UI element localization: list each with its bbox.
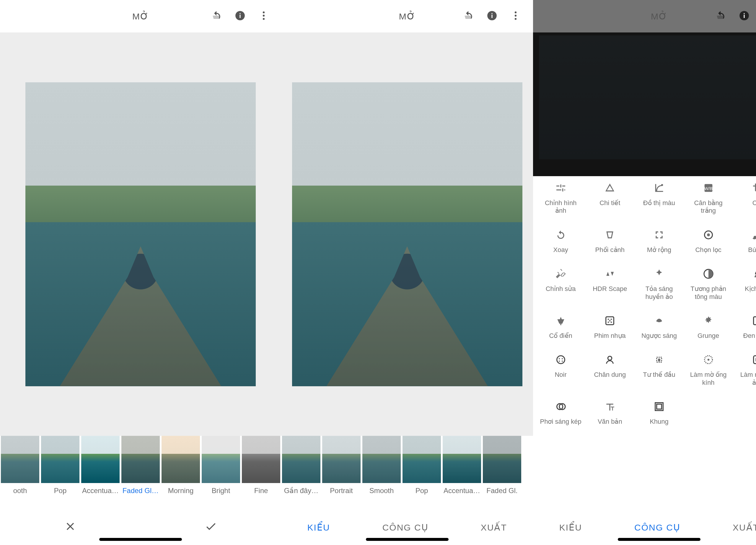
tool-rotate[interactable]: Xoay [536,229,585,254]
tool-tune[interactable]: Chỉnh hình ảnh [536,182,585,215]
tool-vintage[interactable]: Cổ điển [536,315,585,340]
panel-tools: MỞ Chỉnh hình ảnhChi tiếtĐồ thị màuCân b… [533,0,756,545]
tool-label: Chi tiết [599,199,620,207]
tool-label: Phối cảnh [595,246,625,254]
tool-portrait[interactable]: Chân dung [585,354,635,386]
home-indicator[interactable] [366,538,449,541]
tune-icon [555,182,567,195]
filter-thumbnail [483,436,521,483]
tool-headpose[interactable]: Tư thế đầu [635,354,684,386]
tool-perspective[interactable]: Phối cảnh [585,229,635,254]
vignette-icon [752,354,756,367]
filter-label: Pop [416,487,428,495]
tool-label: Làm mờ ống kính [686,371,731,386]
drama-icon [752,268,756,281]
tool-selective[interactable]: Chọn lọc [684,229,733,254]
tool-label: Grunge [698,332,719,340]
bw-icon [752,315,756,328]
filter-item[interactable]: Faded Gl. [482,436,522,510]
tool-brush[interactable]: Bút vẽ [733,229,756,254]
tool-drama[interactable]: Kịch tính [733,268,756,301]
undo-stack-icon[interactable] [715,10,726,22]
filter-item[interactable]: Accentua… [442,436,482,510]
filter-item[interactable]: Fine [241,436,281,510]
filter-item[interactable]: Morning [161,436,201,510]
tool-text[interactable]: Văn bản [585,401,635,425]
tool-noir[interactable]: Noir [536,354,585,386]
tool-label: Tương phản tông màu [686,285,731,301]
tool-hdr[interactable]: HDR Scape [585,268,635,301]
top-bar: MỞ [281,0,533,32]
filter-item[interactable]: Gần đây… [281,436,321,510]
frames-icon [653,401,665,414]
tab-styles[interactable]: KIỂU [307,522,330,533]
filter-strip[interactable]: oothPopAccentua…Faded Gl…MorningBrightFi… [0,436,281,510]
info-icon[interactable] [234,10,246,22]
filter-item[interactable]: Smooth [361,436,402,510]
tab-export[interactable]: XUẤT [733,522,756,533]
tool-details[interactable]: Chi tiết [585,182,635,215]
tab-export[interactable]: XUẤT [481,522,507,533]
tool-vignette[interactable]: Làm mờ nét ảnh [733,354,756,386]
tool-label: Phơi sáng kép [540,418,581,425]
filter-thumbnail [282,436,320,483]
tab-tools[interactable]: CÔNG CỤ [634,522,680,533]
apply-button[interactable] [205,520,217,535]
tab-tools[interactable]: CÔNG CỤ [382,522,428,533]
undo-stack-icon[interactable] [463,10,474,22]
home-indicator[interactable] [99,538,182,541]
tool-tonal[interactable]: Tương phản tông màu [684,268,733,301]
filter-item[interactable]: Faded Gl… [120,436,161,510]
filter-label: Pop [54,487,67,495]
tool-wb[interactable]: Cân bằng trắng [684,182,733,215]
more-icon[interactable] [258,10,269,22]
expand-icon [653,229,665,242]
tool-label: Chỉnh hình ảnh [539,199,583,215]
tool-bw[interactable]: Đen trắng [733,315,756,340]
tool-label: Chân dung [594,371,626,378]
photo-canvas[interactable] [0,32,281,436]
tool-lensblur[interactable]: Làm mờ ống kính [684,354,733,386]
photo-canvas[interactable] [281,32,533,436]
tool-crop[interactable]: Cắt [733,182,756,215]
filter-strip[interactable]: Gần đây…PortraitSmoothPopAccentua…Faded … [281,436,533,510]
panel-filter-edit: MỞ oothPopAccentua…Faded Gl…MorningBrigh… [0,0,281,545]
tool-expand[interactable]: Mở rộng [635,229,684,254]
tool-label: Ngược sáng [641,332,677,340]
tool-label: Phim nhựa [594,332,626,340]
tool-grunge[interactable]: Grunge [684,315,733,340]
tool-glamour[interactable]: Tỏa sáng huyền ảo [635,268,684,301]
info-icon[interactable] [486,10,498,22]
filter-item[interactable]: Pop [40,436,80,510]
portrait-icon [604,354,616,367]
tool-curves[interactable]: Đồ thị màu [635,182,684,215]
double-icon [555,401,567,414]
undo-stack-icon[interactable] [211,10,222,22]
tool-frames[interactable]: Khung [635,401,684,425]
healing-icon [555,268,567,281]
filter-thumbnail [41,436,79,483]
filter-item[interactable]: Pop [402,436,442,510]
tool-label: Văn bản [598,418,622,425]
filter-label: Smooth [369,487,394,495]
tool-grainy[interactable]: Phim nhựa [585,315,635,340]
cancel-button[interactable] [64,520,76,535]
filter-item[interactable]: Accentua… [80,436,120,510]
tool-double[interactable]: Phơi sáng kép [536,401,585,425]
tool-label: Cắt [752,199,756,207]
tab-styles[interactable]: KIỂU [559,522,582,533]
info-icon[interactable] [739,10,750,22]
filter-item[interactable]: Bright [201,436,241,510]
tool-label: Mở rộng [647,246,671,254]
filter-item[interactable]: ooth [0,436,40,510]
tool-label: Đen trắng [743,332,756,340]
tool-retrolux[interactable]: Ngược sáng [635,315,684,340]
tool-label: Tư thế đầu [643,371,675,378]
home-indicator[interactable] [618,538,700,541]
more-icon[interactable] [510,10,521,22]
tool-healing[interactable]: Chỉnh sửa [536,268,585,301]
filter-item[interactable]: Portrait [321,436,361,510]
filter-thumbnail [322,436,361,483]
filter-label: Faded Gl… [123,487,159,495]
rotate-icon [555,229,567,242]
